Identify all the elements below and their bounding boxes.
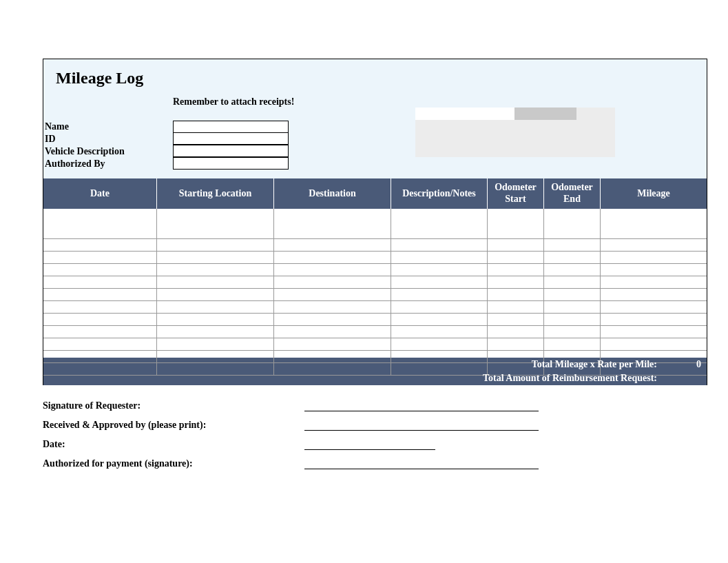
total-rate-value: 0	[665, 359, 707, 370]
table-row	[43, 258, 707, 271]
total-reimbursement-label: Total Amount of Reimbursement Request:	[43, 373, 665, 384]
col-date: Date	[43, 178, 157, 209]
table-row	[43, 345, 707, 358]
input-name[interactable]	[173, 121, 289, 133]
signature-block: Signature of Requester: Received & Appro…	[43, 392, 707, 469]
label-vehicle: Vehicle Description	[45, 145, 173, 158]
col-description: Description/Notes	[391, 178, 488, 209]
form-title: Mileage Log	[43, 66, 707, 88]
table-row	[43, 333, 707, 345]
sig-approved-label: Received & Approved by (please print):	[43, 420, 304, 431]
sig-payment-label: Authorized for payment (signature):	[43, 458, 304, 469]
table-row	[43, 296, 707, 308]
reminder-text: Remember to attach receipts!	[173, 96, 294, 108]
table-row	[43, 221, 707, 234]
table-row	[43, 320, 707, 333]
sig-date-label: Date:	[43, 439, 304, 450]
sig-requester-label: Signature of Requester:	[43, 400, 304, 411]
table-row	[43, 283, 707, 296]
col-odometer-start: Odometer Start	[488, 178, 544, 209]
sig-date-line[interactable]	[304, 438, 435, 450]
table-row	[43, 271, 707, 283]
col-starting-location: Starting Location	[157, 178, 274, 209]
table-row	[43, 308, 707, 320]
table-header: Date Starting Location Destination Descr…	[43, 178, 707, 209]
table-row	[43, 209, 707, 221]
grey-box-cutout	[415, 108, 514, 120]
sig-requester-line[interactable]	[304, 399, 539, 411]
col-mileage: Mileage	[601, 178, 707, 209]
label-id: ID	[45, 133, 173, 145]
table-row	[43, 246, 707, 258]
table-row	[43, 234, 707, 246]
input-authorized[interactable]	[173, 157, 289, 170]
grey-box-dark	[514, 108, 576, 120]
sig-payment-line[interactable]	[304, 457, 539, 469]
label-name: Name	[45, 121, 173, 133]
input-vehicle[interactable]	[173, 145, 289, 157]
col-odometer-end: Odometer End	[544, 178, 601, 209]
col-destination: Destination	[274, 178, 391, 209]
table-body	[43, 209, 707, 358]
header-panel: Mileage Log Remember to attach receipts!…	[43, 59, 707, 178]
label-authorized: Authorized By	[45, 158, 173, 170]
sig-approved-line[interactable]	[304, 418, 539, 431]
total-rate-label: Total Mileage x Rate per Mile:	[43, 359, 665, 370]
input-id[interactable]	[173, 132, 289, 145]
